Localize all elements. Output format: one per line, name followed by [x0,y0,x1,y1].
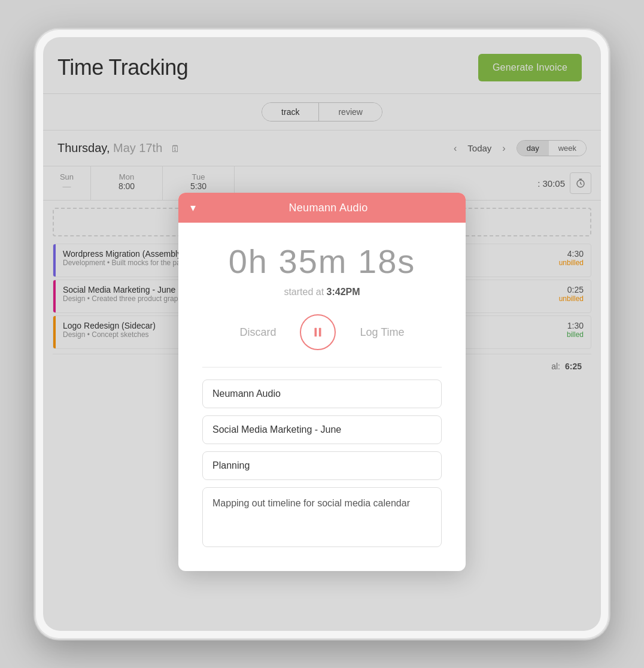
project-field[interactable]: Social Media Marketing - June [202,415,442,444]
timer-display: 0h 35m 18s [202,242,442,281]
pause-icon [311,326,324,339]
timer-actions: Discard Log Time [202,314,442,350]
modal-title: Neumann Audio [203,202,454,214]
svg-rect-2 [319,328,321,337]
started-time: 3:42PM [327,287,360,297]
client-field[interactable]: Neumann Audio [202,379,442,408]
pause-button[interactable] [300,314,336,350]
modal-body: 0h 35m 18s started at 3:42PM Discard [178,223,466,571]
svg-rect-1 [315,328,317,337]
device-frame: Time Tracking Generate Invoice track rev… [35,29,609,639]
device-inner: Time Tracking Generate Invoice track rev… [43,37,601,631]
modal-header: ▾ Neumann Audio [178,193,466,223]
modal-chevron-icon[interactable]: ▾ [190,201,196,214]
started-at: started at 3:42PM [202,287,442,297]
timer-modal: ▾ Neumann Audio 0h 35m 18s started at 3:… [178,193,466,571]
modal-divider [202,367,442,368]
started-label: started at [284,287,324,297]
log-time-button[interactable]: Log Time [360,326,404,339]
task-field[interactable]: Planning [202,451,442,480]
app-content: Time Tracking Generate Invoice track rev… [43,37,601,631]
notes-field[interactable]: Mapping out timeline for social media ca… [202,487,442,547]
discard-button[interactable]: Discard [239,326,276,339]
